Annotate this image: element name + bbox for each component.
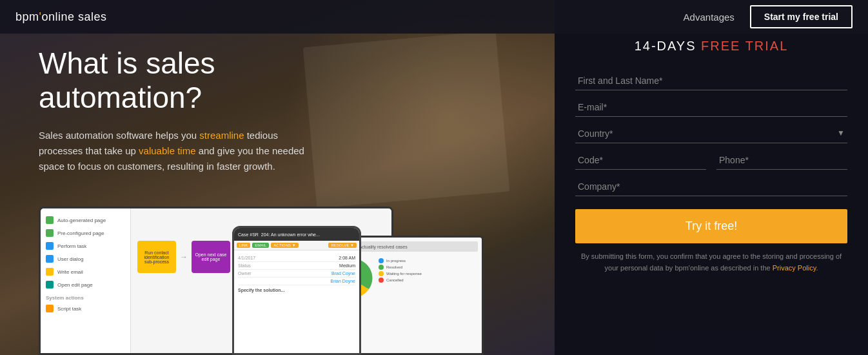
devices-area: Auto-generated page Pre-configured page … — [39, 200, 529, 355]
sidebar-icon-blue — [46, 242, 54, 250]
sidebar-icon-blue2 — [46, 255, 54, 263]
main-heading: What is sales automation? — [39, 46, 361, 115]
email-field-wrapper — [575, 96, 847, 117]
code-input[interactable] — [575, 148, 706, 170]
flow-node-end: Open next case edit page — [192, 241, 230, 273]
phone-actions-btn[interactable]: ACTIONS ▼ — [271, 243, 298, 248]
legend-dot-red — [379, 278, 384, 283]
sidebar-icon-yellow — [46, 268, 54, 276]
country-field-wrapper: Country* ▼ — [575, 122, 847, 143]
main-content-area: What is sales automation? Sales automati… — [0, 0, 555, 355]
sidebar-item: Auto-generated page — [41, 214, 130, 227]
sidebar-icon-green2 — [46, 229, 54, 237]
name-input[interactable] — [575, 69, 847, 90]
phone-input[interactable] — [716, 148, 847, 170]
name-field-wrapper — [575, 69, 847, 90]
legend-dot-yellow — [379, 271, 384, 276]
phone-resolve-btn[interactable]: RESOLVE ▼ — [328, 243, 357, 248]
phone-resolve-text: Specify the solution... — [238, 288, 355, 292]
phone-field-wrapper — [716, 148, 847, 170]
company-field-wrapper — [575, 175, 847, 196]
form-title: 14-DAYS FREE TRIAL — [635, 39, 789, 54]
company-input[interactable] — [575, 175, 847, 196]
phone-row: Brian Doyne — [238, 278, 355, 285]
sidebar-icon-teal — [46, 281, 54, 289]
phone-link-btn[interactable]: LINK — [237, 243, 250, 248]
flow-arrow: → — [180, 252, 188, 261]
code-field-wrapper — [575, 148, 706, 170]
phone-content: 4/1/2017 2:08 AM Status Medium Owner Bra… — [234, 250, 359, 296]
logo-text: bpm'online sales — [15, 10, 107, 24]
legend-item: Cancelled — [379, 278, 422, 283]
logo: bpm'online sales — [15, 10, 107, 24]
sidebar-item: Script task — [41, 302, 130, 315]
sidebar-icon-orange — [46, 305, 54, 312]
hero-description: Sales automation software helps you stre… — [39, 128, 316, 174]
email-input[interactable] — [575, 96, 847, 117]
header-nav: Advantages Start my free trial — [684, 5, 853, 28]
sidebar-item: Pre-configured page — [41, 227, 130, 239]
hero-content: What is sales automation? Sales automati… — [39, 46, 361, 174]
privacy-policy-link[interactable]: Privacy Policy — [773, 264, 816, 272]
legend-dot-blue — [379, 258, 384, 263]
tablet2-legend: In progress Resolved Waiting for respons… — [379, 258, 422, 301]
phone-screen: Case #SR_204: An unknown error whe... LI… — [234, 228, 359, 353]
submit-button[interactable]: Try it free! — [575, 209, 847, 243]
legend-item: Waiting for response — [379, 271, 422, 276]
phone-header-bar: Case #SR_204: An unknown error whe... — [234, 228, 359, 241]
sidebar-icon-green — [46, 216, 54, 224]
phone-email-btn[interactable]: EMAIL — [252, 243, 269, 248]
code-phone-row — [575, 148, 847, 170]
sidebar-item: Open edit page — [41, 278, 130, 291]
right-panel: 14-DAYS FREE TRIAL Country* ▼ Try it fre… — [555, 0, 868, 355]
phone-row: Owner Brad Coyne — [238, 270, 355, 278]
advantages-link[interactable]: Advantages — [684, 12, 735, 23]
trial-form: Country* ▼ Try it free! — [575, 69, 847, 251]
phone-row: 4/1/2017 2:08 AM — [238, 254, 355, 262]
sidebar-item: Perform task — [41, 239, 130, 252]
phone-action-bar: LINK EMAIL ACTIONS ▼ RESOLVE ▼ — [234, 241, 359, 250]
header: bpm'online sales Advantages Start my fre… — [0, 0, 868, 34]
legend-dot-green — [379, 265, 384, 270]
phone-mockup: Case #SR_204: An unknown error whe... LI… — [232, 226, 361, 355]
legend-item: Resolved — [379, 265, 422, 270]
start-trial-button[interactable]: Start my free trial — [750, 5, 853, 28]
sidebar-item: User dialog — [41, 252, 130, 265]
country-select[interactable]: Country* — [575, 122, 847, 143]
sidebar-section: System actions — [41, 291, 130, 302]
tablet-sidebar: Auto-generated page Pre-configured page … — [41, 208, 131, 353]
sidebar-item: Write email — [41, 265, 130, 278]
disclaimer-text: By submitting this form, you confirm tha… — [575, 251, 847, 274]
legend-item: In progress — [379, 258, 422, 263]
phone-case-title: Case #SR_204: An unknown error whe... — [238, 232, 355, 237]
form-title-highlight: FREE TRIAL — [701, 39, 788, 53]
phone-row: Status Medium — [238, 262, 355, 270]
flow-node-start: Run contact identification sub-process — [137, 241, 176, 273]
